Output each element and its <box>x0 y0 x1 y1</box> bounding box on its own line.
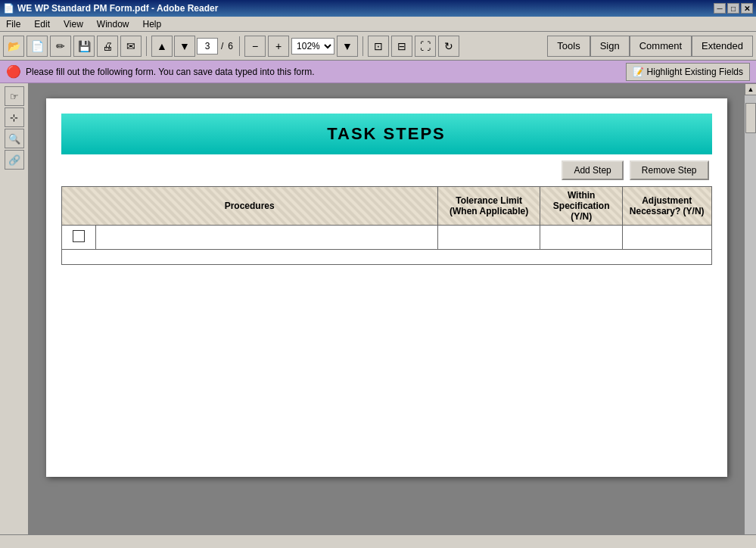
navigation-section: ▲ ▼ / 6 <box>151 36 235 57</box>
fit-width-button[interactable]: ⊟ <box>391 36 412 57</box>
zoom-select[interactable]: 50% 75% 100% 102% 125% 150% 200% <box>291 38 334 54</box>
zoom-dropdown-button[interactable]: ▼ <box>337 36 358 57</box>
adjustment-cell[interactable] <box>622 226 711 250</box>
sidebar-zoom-tool[interactable]: 🔍 <box>5 129 24 148</box>
tolerance-input[interactable] <box>443 232 536 243</box>
scroll-up-button[interactable]: ▲ <box>745 83 756 95</box>
scroll-track[interactable] <box>745 95 756 536</box>
tolerance-cell[interactable] <box>437 226 540 250</box>
within-spec-cell[interactable] <box>540 226 623 250</box>
add-step-button[interactable]: Add Step <box>562 160 623 180</box>
separator-3 <box>362 36 363 56</box>
remove-step-button[interactable]: Remove Step <box>630 160 709 180</box>
info-bar-left: 🔴 Please fill out the following form. Yo… <box>6 64 315 79</box>
document-area[interactable]: TASK STEPS Add Step Remove Step Procedur… <box>29 83 744 548</box>
pdf-page: TASK STEPS Add Step Remove Step Procedur… <box>46 98 727 477</box>
highlight-icon: 📝 <box>633 67 644 77</box>
menu-file[interactable]: File <box>3 18 23 30</box>
toolbar: 📂 📄 ✏ 💾 🖨 ✉ ▲ ▼ / 6 − + 50% 75% 100% 102… <box>0 32 756 61</box>
scroll-thumb[interactable] <box>745 103 756 133</box>
left-sidebar: ☞ ⊹ 🔍 🔗 <box>0 83 29 548</box>
menu-help[interactable]: Help <box>140 18 165 30</box>
minimize-button[interactable]: ─ <box>714 3 726 14</box>
comment-button[interactable]: Comment <box>630 36 692 57</box>
menu-window[interactable]: Window <box>94 18 132 30</box>
within-spec-input[interactable] <box>545 232 618 243</box>
adjustment-necessary-header: Adjustment Necessary? (Y/N) <box>622 187 711 226</box>
table-row <box>61 226 711 250</box>
page-total: 6 <box>226 41 235 51</box>
zoom-out-button[interactable]: − <box>244 36 266 57</box>
info-message: Please fill out the following form. You … <box>26 67 315 77</box>
back-button[interactable]: ▲ <box>151 36 173 57</box>
create-pdf-button[interactable]: 📄 <box>26 36 48 57</box>
zoom-in-button[interactable]: + <box>268 36 289 57</box>
email-button[interactable]: ✉ <box>120 36 142 57</box>
app-icon: 📄 <box>3 3 14 14</box>
edit-button[interactable]: ✏ <box>50 36 71 57</box>
task-steps-header: TASK STEPS <box>61 114 712 154</box>
fit-page-button[interactable]: ⊡ <box>368 36 389 57</box>
step-button-row: Add Step Remove Step <box>61 154 712 186</box>
right-scrollbar: ▲ ▼ <box>744 83 756 548</box>
title-bar-left: 📄 WE WP Standard PM Form.pdf - Adobe Rea… <box>3 3 218 14</box>
extended-button[interactable]: Extended <box>692 36 753 57</box>
sign-button[interactable]: Sign <box>590 36 630 57</box>
title-bar-controls: ─ □ ✕ <box>714 3 753 14</box>
menu-bar: File Edit View Window Help <box>0 17 756 32</box>
forward-button[interactable]: ▼ <box>174 36 195 57</box>
fullscreen-button[interactable]: ⛶ <box>415 36 436 57</box>
separator-1 <box>146 36 147 56</box>
info-bar: 🔴 Please fill out the following form. Yo… <box>0 61 756 83</box>
row-checkbox-cell <box>61 226 95 250</box>
close-button[interactable]: ✕ <box>741 3 753 14</box>
page-separator: / <box>219 41 225 51</box>
bottom-row <box>61 250 711 265</box>
toolbar-right: Tools Sign Comment Extended <box>547 36 753 57</box>
procedure-cell[interactable] <box>95 226 437 250</box>
highlight-label: Highlight Existing Fields <box>647 67 743 77</box>
menu-view[interactable]: View <box>61 18 86 30</box>
task-steps-section: TASK STEPS Add Step Remove Step Procedur… <box>61 114 712 265</box>
within-spec-header: Within Specification (Y/N) <box>540 187 623 226</box>
highlight-existing-fields-button[interactable]: 📝 Highlight Existing Fields <box>626 63 750 81</box>
tolerance-limit-header: Tolerance Limit (When Applicable) <box>437 187 540 226</box>
menu-edit[interactable]: Edit <box>31 18 53 30</box>
open-button[interactable]: 📂 <box>3 36 24 57</box>
title-bar: 📄 WE WP Standard PM Form.pdf - Adobe Rea… <box>0 0 756 17</box>
print-button[interactable]: 🖨 <box>97 36 118 57</box>
row-checkbox[interactable] <box>73 230 85 242</box>
rotate-button[interactable]: ↻ <box>438 36 459 57</box>
task-steps-table: Procedures Tolerance Limit (When Applica… <box>61 186 712 265</box>
save-button[interactable]: 💾 <box>73 36 95 57</box>
separator-2 <box>239 36 240 56</box>
sidebar-link-tool[interactable]: 🔗 <box>5 150 24 170</box>
procedure-input[interactable] <box>101 232 433 243</box>
sidebar-select-tool[interactable]: ⊹ <box>5 107 24 127</box>
maximize-button[interactable]: □ <box>727 3 739 14</box>
procedures-column-header: Procedures <box>61 187 437 226</box>
adjustment-input[interactable] <box>627 232 707 243</box>
page-input[interactable] <box>197 38 218 54</box>
main-area: ☞ ⊹ 🔍 🔗 TASK STEPS Add Step Remove Step <box>0 83 756 548</box>
tools-button[interactable]: Tools <box>547 36 590 57</box>
info-icon: 🔴 <box>6 64 21 79</box>
window-title: WE WP Standard PM Form.pdf - Adobe Reade… <box>17 3 218 14</box>
status-bar <box>0 534 756 548</box>
sidebar-hand-tool[interactable]: ☞ <box>5 86 24 106</box>
